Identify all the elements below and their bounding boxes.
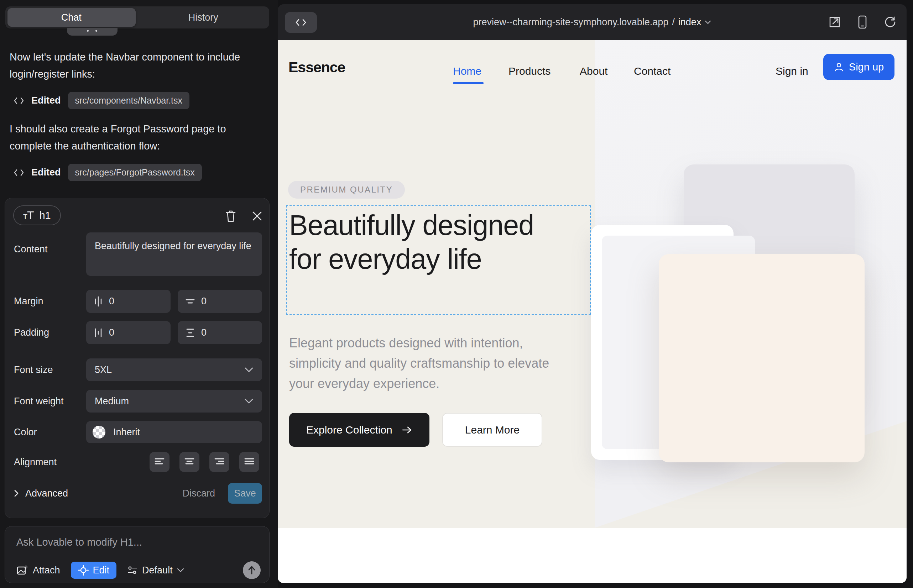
hero-paragraph[interactable]: Elegant products designed with intention…: [289, 333, 574, 394]
file-path-pill[interactable]: src/components/Navbar.tsx: [68, 92, 190, 109]
edited-label: Edited: [31, 167, 61, 178]
align-center-button[interactable]: [180, 452, 199, 472]
site-navbar: Essence Home Products About Contact Sign…: [278, 40, 907, 92]
nav-link-products[interactable]: Products: [508, 65, 550, 77]
mode-label: Default: [142, 565, 173, 576]
element-tag-label: h1: [39, 210, 50, 221]
align-right-button[interactable]: [209, 452, 229, 472]
margin-vertical-icon: [185, 297, 196, 306]
chevron-down-icon: [705, 20, 711, 24]
sign-up-button[interactable]: Sign up: [823, 54, 895, 80]
padding-horizontal-icon: [93, 328, 103, 338]
chat-history-tabs: Chat History: [5, 6, 269, 29]
explore-collection-button[interactable]: Explore Collection: [289, 413, 429, 447]
edited-label: Edited: [31, 95, 61, 106]
align-justify-button[interactable]: [239, 452, 259, 472]
font-weight-value: Medium: [95, 396, 129, 407]
learn-more-button[interactable]: Learn More: [442, 413, 542, 447]
close-icon: [252, 211, 262, 221]
align-left-button[interactable]: [149, 452, 170, 472]
font-weight-select[interactable]: Medium: [86, 390, 262, 412]
user-icon: [834, 62, 844, 72]
chevron-down-icon: [177, 568, 184, 573]
tab-history[interactable]: History: [138, 12, 270, 23]
nav-link-about[interactable]: About: [580, 65, 607, 77]
cta-primary-label: Explore Collection: [306, 424, 392, 436]
typography-icon: тT: [23, 209, 34, 222]
url-bar[interactable]: preview--charming-site-symphony.lovable.…: [278, 17, 907, 28]
font-size-select[interactable]: 5XL: [86, 359, 262, 381]
padding-label: Padding: [14, 327, 86, 338]
site-logo[interactable]: Essence: [288, 59, 345, 76]
element-editor-panel: тT h1 Content Beautifully designed for e…: [5, 198, 270, 518]
edit-mode-pill[interactable]: Edit: [71, 562, 117, 579]
close-panel-button[interactable]: [249, 208, 265, 224]
padding-vertical-icon: [185, 328, 196, 338]
open-in-new-tab-button[interactable]: [827, 15, 842, 29]
content-input[interactable]: Beautifully designed for everyday life: [86, 233, 262, 276]
margin-label: Margin: [14, 296, 86, 307]
padding-x-field: [86, 321, 170, 344]
margin-horizontal-icon: [93, 296, 103, 307]
product-card-cream: [659, 254, 864, 462]
prompt-input[interactable]: [16, 536, 259, 554]
delete-element-button[interactable]: [223, 208, 239, 224]
sign-up-label: Sign up: [849, 61, 884, 73]
margin-x-field: [86, 290, 170, 313]
arrow-right-icon: [401, 426, 412, 434]
hero-section: PREMIUM QUALITY Beautifully designed for…: [278, 40, 907, 528]
edit-label: Edit: [93, 565, 110, 576]
attach-label: Attach: [33, 565, 60, 576]
refresh-button[interactable]: [883, 15, 897, 29]
font-size-value: 5XL: [95, 365, 112, 375]
nav-link-contact[interactable]: Contact: [634, 65, 670, 77]
scrolled-message-remnant: [67, 28, 118, 36]
site-canvas: PREMIUM QUALITY Beautifully designed for…: [278, 40, 907, 583]
trash-icon: [225, 210, 236, 223]
color-label: Color: [14, 427, 86, 438]
code-icon: [13, 97, 24, 105]
edited-file-row[interactable]: Edited src/components/Navbar.tsx: [13, 92, 189, 109]
send-button[interactable]: [243, 561, 261, 579]
preview-frame: preview--charming-site-symphony.lovable.…: [278, 4, 907, 583]
align-center-icon: [184, 458, 195, 466]
lovable-app: Chat History Now let's update the Navbar…: [0, 0, 913, 588]
save-button[interactable]: Save: [228, 483, 262, 504]
mobile-preview-button[interactable]: [855, 15, 869, 29]
hero-heading[interactable]: Beautifully designed for everyday life: [289, 208, 553, 276]
margin-x-input[interactable]: [109, 296, 152, 307]
chevron-right-icon: [14, 489, 19, 497]
padding-x-input[interactable]: [109, 327, 152, 338]
tab-chat[interactable]: Chat: [5, 12, 138, 23]
file-path-pill[interactable]: src/pages/ForgotPassword.tsx: [68, 164, 202, 181]
chevron-down-icon: [244, 398, 254, 404]
edited-file-row[interactable]: Edited src/pages/ForgotPassword.tsx: [13, 164, 202, 181]
discard-button[interactable]: Discard: [182, 488, 215, 499]
align-right-icon: [214, 458, 225, 466]
arrow-up-icon: [248, 565, 256, 575]
premium-badge: PREMIUM QUALITY: [288, 181, 405, 199]
color-swatch: [92, 426, 105, 438]
url-path: index: [678, 17, 701, 28]
padding-y-input[interactable]: [201, 327, 244, 338]
color-select[interactable]: Inherit: [86, 421, 262, 443]
color-value: Inherit: [113, 427, 140, 438]
browser-chrome: preview--charming-site-symphony.lovable.…: [278, 4, 907, 40]
attach-button[interactable]: Attach: [16, 564, 60, 576]
url-host: preview--charming-site-symphony.lovable.…: [473, 17, 669, 28]
margin-y-input[interactable]: [201, 296, 244, 307]
margin-y-field: [178, 290, 262, 313]
edit-target-icon: [78, 565, 89, 575]
element-tag-chip[interactable]: тT h1: [13, 205, 61, 225]
content-label: Content: [14, 233, 86, 276]
refresh-icon: [884, 16, 896, 28]
nav-link-home[interactable]: Home: [453, 65, 481, 77]
advanced-label: Advanced: [25, 488, 68, 499]
font-size-label: Font size: [14, 365, 86, 375]
sign-in-link[interactable]: Sign in: [775, 65, 808, 77]
advanced-toggle[interactable]: Advanced: [14, 488, 68, 499]
assistant-message: Now let's update the Navbar component to…: [10, 48, 262, 82]
prompt-box: Attach Edit Default: [5, 526, 270, 583]
model-mode-select[interactable]: Default: [127, 565, 184, 576]
align-left-icon: [154, 458, 165, 466]
